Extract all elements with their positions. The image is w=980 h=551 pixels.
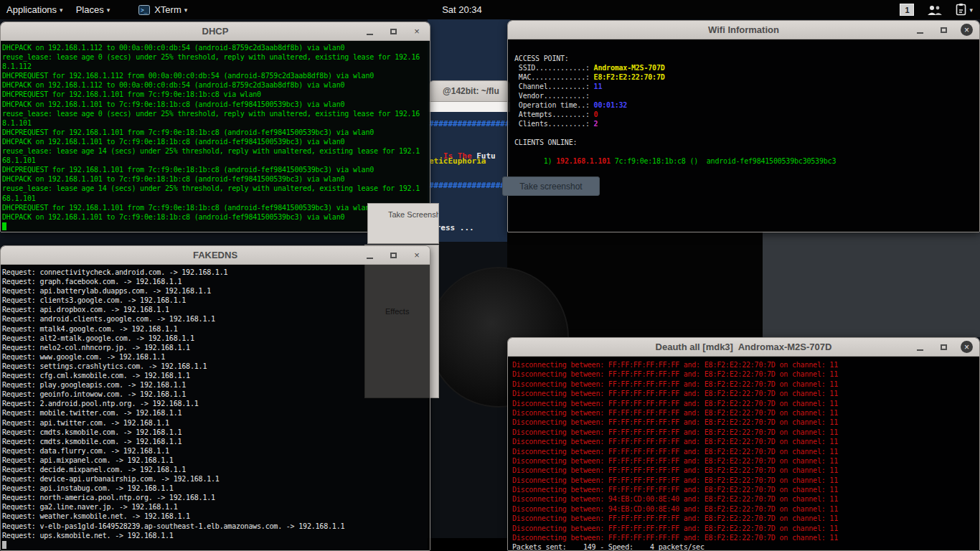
terminal-line: Request: 2.android.pool.ntp.org. -> 192.…	[2, 399, 428, 408]
deauth-line: Disconnecting between: FF:FF:FF:FF:FF:FF…	[512, 533, 975, 542]
maximize-button[interactable]	[387, 249, 400, 262]
terminal-line: Request: cmdts.ksmobile.com. -> 192.168.…	[2, 437, 428, 446]
titlebar[interactable]: Deauth all [mdk3] Andromax-M2S-707D	[508, 338, 979, 357]
deauth-line: Disconnecting between: FF:FF:FF:FF:FF:FF…	[512, 466, 975, 475]
places-label: Places	[76, 4, 104, 15]
background-terminal-titlebar[interactable]: @142bit: ~/flu	[429, 80, 510, 102]
wallpaper-bottom-strip	[428, 538, 507, 551]
client-hostname: android-fef9841500539bc30539bc3	[698, 157, 836, 165]
wifi-field-line: Operation time..: 00:01:32	[514, 100, 973, 110]
terminal-line: DHCPACK on 192.168.1.101 to 7c:f9:0e:18:…	[2, 174, 428, 184]
maximize-button[interactable]	[937, 24, 950, 37]
terminal-line: Request: north-america.pool.ntp.org. -> …	[2, 493, 428, 502]
field-value: 2	[594, 120, 598, 128]
window-title: Deauth all [mdk3] Andromax-M2S-707D	[508, 342, 979, 352]
applications-menu[interactable]: Applications	[0, 0, 70, 19]
clipboard-menu[interactable]	[956, 4, 973, 16]
chevron-down-icon	[184, 6, 188, 14]
terminal-line: Request: android.clients.google.com. -> …	[2, 314, 428, 324]
terminal-line: Request: settings.crashlytics.com. -> 19…	[2, 362, 428, 371]
minimize-button[interactable]	[913, 341, 926, 354]
system-tray: 1	[900, 0, 980, 19]
xterm-menu[interactable]: >_ XTerm	[132, 0, 194, 19]
terminal-line: Request: api.mixpanel.com. -> 192.168.1.…	[2, 456, 428, 465]
terminal-output[interactable]: Disconnecting between: FF:FF:FF:FF:FF:FF…	[508, 357, 979, 550]
fluxion-banner-hash-bottom: ####################	[429, 181, 510, 190]
terminal-line: Request: ga2.line.naver.jp. -> 192.168.1…	[2, 502, 428, 512]
terminal-line: Request: mobile.twitter.com. -> 192.168.…	[2, 408, 428, 418]
svg-text:>_: >_	[141, 7, 148, 14]
terminal-line: Request: api.dropbox.com. -> 192.168.1.1	[2, 305, 428, 314]
terminal-line: Request: api.instabug.com. -> 192.168.1.…	[2, 484, 428, 493]
users-icon[interactable]	[927, 4, 943, 16]
field-value: 0	[594, 110, 598, 118]
terminal-line: reuse_lease: lease age 0 (secs) under 25…	[2, 52, 428, 62]
xterm-label: XTerm	[154, 4, 182, 15]
xterm-icon: >_	[138, 5, 150, 15]
menu-item-take-screenshot[interactable]: Take Screensho	[368, 204, 438, 219]
access-point-fields: SSID............: Andromax-M2S-707D MAC.…	[514, 63, 973, 128]
close-button[interactable]	[961, 341, 973, 353]
terminal-output[interactable]: ACCESS POINT: SSID............: Andromax…	[508, 39, 979, 232]
terminal-line: reuse_lease: lease age 14 (secs) under 2…	[2, 184, 428, 193]
maximize-button[interactable]	[937, 341, 950, 354]
field-label: Clients.........:	[514, 120, 594, 128]
minimize-button[interactable]	[363, 249, 376, 262]
wifi-field-line: Channel.........: 11	[514, 82, 973, 91]
wallpaper-fluxion-window	[428, 19, 510, 242]
minimize-icon	[917, 32, 923, 34]
field-label: Channel.........:	[514, 83, 594, 90]
context-menu-top: Take Screensho	[367, 203, 439, 244]
terminal-line: DHCPREQUEST for 192.168.1.101 from 7c:f9…	[2, 90, 428, 99]
access-point-header: ACCESS POINT:	[514, 54, 973, 63]
deauth-line: Disconnecting between: FF:FF:FF:FF:FF:FF…	[512, 524, 975, 533]
workspace-indicator[interactable]: 1	[900, 4, 914, 16]
terminal-lines: DHCPACK on 192.168.1.112 to 00:0a:00:c0:…	[2, 43, 428, 222]
wifi-field-line: MAC.............: E8:F2:E2:22:70:7D	[514, 72, 973, 82]
take-screenshot-button[interactable]: Take screenshot	[502, 176, 600, 196]
deauth-line: Disconnecting between: 94:EB:CD:00:8E:40…	[512, 504, 975, 514]
terminal-line: Request: api.batterylab.duapps.com. -> 1…	[2, 286, 428, 296]
close-button[interactable]	[961, 24, 973, 36]
field-value: 00:01:32	[594, 101, 628, 109]
terminal-line: DHCPREQUEST for 192.168.1.112 from 00:0a…	[2, 71, 428, 80]
terminal-line: DHCPACK on 192.168.1.101 to 7c:f9:0e:18:…	[2, 212, 428, 222]
deauth-line: Disconnecting between: FF:FF:FF:FF:FF:FF…	[512, 437, 975, 446]
terminal-output[interactable]: Request: connectivitycheck.android.com. …	[1, 265, 430, 550]
terminal-line: Request: data.flurry.com. -> 192.168.1.1	[2, 446, 428, 456]
terminal-output[interactable]: DHCPACK on 192.168.1.112 to 00:0a:00:c0:…	[1, 41, 430, 232]
terminal-line: Request: decide.mixpanel.com. -> 192.168…	[2, 465, 428, 474]
maximize-button[interactable]	[387, 25, 400, 38]
deauth-line: Disconnecting between: FF:FF:FF:FF:FF:FF…	[512, 428, 975, 437]
client-ip: 192.168.1.101	[556, 157, 611, 165]
field-label: SSID............:	[514, 64, 594, 72]
terminal-cursor	[2, 541, 6, 549]
terminal-line: DHCPACK on 192.168.1.101 to 7c:f9:0e:18:…	[2, 100, 428, 109]
terminal-line: Request: nelo2-col.nhncorp.jp. -> 192.16…	[2, 343, 428, 352]
terminal-line: 68.1.101	[2, 156, 428, 165]
terminal-line: reuse_lease: lease age 0 (secs) under 25…	[2, 109, 428, 118]
places-menu[interactable]: Places	[70, 0, 117, 19]
clock[interactable]: Sat 20:34	[442, 4, 482, 15]
titlebar[interactable]: DHCP	[1, 22, 430, 41]
minimize-button[interactable]	[913, 24, 926, 37]
terminal-cursor	[2, 222, 6, 230]
deauth-line: Disconnecting between: FF:FF:FF:FF:FF:FF…	[512, 447, 975, 456]
titlebar[interactable]: Wifi Information	[508, 21, 979, 39]
terminal-line: Request: connectivitycheck.android.com. …	[2, 268, 428, 277]
minimize-button[interactable]	[363, 25, 376, 38]
field-label: Attempts........:	[514, 110, 594, 118]
window-wifi-information: Wifi Information ACCESS POINT: SSID.....…	[507, 20, 980, 232]
clients-online-header: CLIENTS ONLINE:	[514, 138, 973, 147]
wifi-field-line: Vendor..........:	[514, 91, 973, 100]
close-button[interactable]	[410, 249, 423, 262]
terminal-line: Request: alt2-mtalk.google.com. -> 192.1…	[2, 334, 428, 343]
chevron-down-icon	[107, 6, 110, 14]
terminal-lines: Disconnecting between: FF:FF:FF:FF:FF:FF…	[512, 360, 975, 542]
titlebar[interactable]: FAKEDNS	[1, 246, 430, 265]
terminal-line: Request: mtalk4.google.com. -> 192.168.1…	[2, 324, 428, 334]
terminal-line: DHCPACK on 192.168.1.112 to 00:0a:00:c0:…	[2, 43, 428, 52]
terminal-line: DHCPREQUEST for 192.168.1.101 from 7c:f9…	[2, 203, 428, 212]
close-button[interactable]	[410, 25, 423, 38]
terminal-line: DHCPREQUEST for 192.168.1.101 from 7c:f9…	[2, 128, 428, 137]
